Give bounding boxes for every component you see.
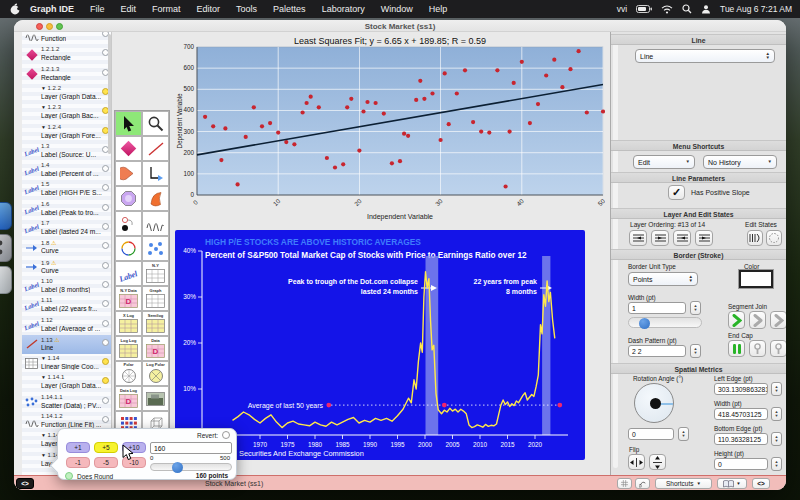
decrement-button--5[interactable]: -5 [94, 457, 118, 468]
menu-item-window[interactable]: Window [373, 4, 421, 14]
increment-button-+1[interactable]: +1 [66, 442, 90, 453]
cursor-tool[interactable] [115, 111, 142, 136]
dash-pattern-stepper[interactable]: ▲▼ [690, 344, 701, 358]
does-round-radio[interactable] [65, 472, 73, 480]
image-tool[interactable] [142, 386, 169, 411]
rotation-stepper[interactable]: ▲▼ [678, 427, 689, 441]
layer-state-dot[interactable] [102, 397, 109, 404]
segment-join-option-3[interactable] [770, 311, 786, 329]
layer-order-backward-button[interactable] [651, 230, 669, 246]
end-cap-option-3[interactable] [770, 340, 786, 357]
layer-state-dot[interactable] [102, 416, 109, 423]
edit-state-shape-button[interactable] [766, 230, 782, 246]
points-slider-knob[interactable] [172, 462, 183, 473]
zoom-tool[interactable] [142, 111, 169, 136]
spatial-input-3[interactable]: 0 [714, 458, 768, 470]
layer-item-1.10[interactable]: Label1.10Label (8 months) [22, 277, 112, 296]
layer-state-dot[interactable] [102, 262, 109, 269]
layer-item-1.2.4[interactable]: ▼ 1.2.4Layer (Graph Fore... [22, 123, 112, 142]
border-width-stepper[interactable]: ▲▼ [690, 301, 701, 315]
end-cap-option-1[interactable] [728, 340, 745, 357]
layer-order-to-front-button[interactable] [695, 230, 713, 246]
layer-item-1.2.1.2[interactable]: 1.2.1.2Rectangle [22, 45, 112, 64]
line-type-dropdown[interactable]: Line▲▼ [635, 49, 775, 63]
label-tool[interactable]: Label [115, 261, 142, 286]
menu-item-help[interactable]: Help [421, 4, 456, 14]
segment-join-option-1[interactable] [728, 311, 745, 329]
dock-trash-icon[interactable] [0, 266, 12, 294]
layer-state-dot[interactable] [102, 320, 109, 327]
positive-slope-checkbox[interactable]: ✓ [668, 185, 685, 200]
logpolar-tool[interactable]: Log Polar [142, 361, 169, 386]
points-value-input[interactable]: 160 [150, 442, 232, 454]
menu-item-tools[interactable]: Tools [228, 4, 265, 14]
layer-state-dot[interactable] [102, 184, 109, 191]
shortcuts-dropdown[interactable]: Shortcuts▼ [655, 478, 712, 489]
border-width-slider[interactable] [628, 317, 702, 328]
layer-item-1.5[interactable]: Label1.5Label (HIGH P/E S... [22, 180, 112, 199]
spatial-input-2[interactable]: 110.36328125 [714, 433, 768, 445]
border-unit-dropdown[interactable]: Points▲▼ [628, 272, 698, 286]
end-cap-option-2[interactable] [749, 340, 766, 357]
pages-dropdown[interactable]: ▼ [717, 478, 747, 489]
history-dropdown[interactable]: No History▼ [703, 155, 777, 169]
polygon-tool[interactable] [115, 186, 142, 211]
wifi-icon[interactable] [661, 5, 673, 14]
spotlight-icon[interactable] [682, 4, 692, 14]
graph-tool[interactable]: Graph [142, 286, 169, 311]
increment-button-+5[interactable]: +5 [94, 442, 118, 453]
menu-item-laboratory[interactable]: Laboratory [314, 4, 373, 14]
layer-state-dot[interactable] [102, 377, 109, 384]
spatial-stepper-3[interactable]: ▲▼ [771, 457, 782, 471]
flip-horizontal-button[interactable] [628, 454, 645, 470]
layer-state-dot[interactable] [102, 242, 109, 249]
layer-item-1.14.1.1[interactable]: 1.14.1.1Scatter (Data) ; PV... [22, 393, 112, 412]
layer-item-1.7[interactable]: Label1.7Label (lasted 24 m... [22, 219, 112, 238]
rotation-input[interactable]: 0 [628, 428, 674, 440]
menu-item-palettes[interactable]: Palettes [265, 4, 314, 14]
layer-item-1.13[interactable]: 1.13 ⚠Line [22, 335, 112, 354]
spiral-tool[interactable] [115, 236, 142, 261]
grid-toggle-button[interactable] [617, 478, 632, 489]
layer-item-1.14[interactable]: ▼ 1.14Linear Single Coo... [22, 354, 112, 373]
flip-vertical-button[interactable] [649, 454, 666, 470]
layer-item-1.12[interactable]: Label1.12Label (Average of ... [22, 316, 112, 335]
battery-icon[interactable] [636, 5, 652, 13]
line-tool[interactable] [142, 136, 169, 161]
semilog-tool[interactable]: Semilog [142, 311, 169, 336]
freeform-tool[interactable] [142, 186, 169, 211]
layer-state-dot[interactable] [102, 339, 109, 346]
segment-join-option-2[interactable] [749, 311, 766, 329]
layer-item-1.8[interactable]: 1.8 ⚠Curve [22, 238, 112, 257]
layer-item-1.6[interactable]: Label1.6Label (Peak to tro... [22, 200, 112, 219]
layer-state-dot[interactable] [102, 204, 109, 211]
bezier-edit-button[interactable] [635, 478, 650, 489]
layer-state-dot[interactable] [102, 165, 109, 172]
data-tool[interactable]: DataD [142, 336, 169, 361]
menu-item-format[interactable]: Format [144, 4, 189, 14]
layer-state-dot[interactable] [102, 358, 109, 365]
menu-item-edit[interactable]: Edit [113, 4, 145, 14]
points-slider[interactable] [150, 463, 232, 471]
spatial-input-1[interactable]: 418.45703125 [714, 408, 768, 420]
scatter-chart[interactable]: Least Squares Fit; y = 6.65 x + 189.85; … [175, 35, 605, 222]
layer-item-1.4[interactable]: Label1.4Label (Percent of ... [22, 161, 112, 180]
edit-menu-dropdown[interactable]: Edit▼ [633, 155, 695, 169]
layer-item-function[interactable]: Function [22, 32, 112, 45]
layer-item-1.2.2[interactable]: ▼ 1.2.2Layer (Graph Data... [22, 84, 112, 103]
pe-ratio-chart[interactable]: HIGH P/E STOCKS ARE ABOVE HISTORIC AVERA… [175, 230, 585, 460]
spatial-input-0[interactable]: 303.1309863281 [714, 383, 768, 395]
polar-tool[interactable]: Polar [115, 361, 142, 386]
layer-item-1.11[interactable]: Label1.11Label (22 years fr... [22, 296, 112, 315]
xlog-tool[interactable]: X Log [115, 311, 142, 336]
dock-finder-icon[interactable] [0, 202, 12, 230]
datalog-tool[interactable]: Data LogD [115, 386, 142, 411]
sidebar-scrollbar[interactable] [108, 34, 111, 154]
dock-utility-icon[interactable] [0, 234, 12, 262]
spatial-stepper-1[interactable]: ▲▼ [771, 407, 782, 421]
layer-item-1.14.1[interactable]: ▼ 1.14.1Layer (Graph Data... [22, 373, 112, 392]
bezier-node-tool[interactable] [115, 211, 142, 236]
loglog-tool[interactable]: Log Log [115, 336, 142, 361]
border-width-input[interactable]: 1 [628, 302, 686, 314]
border-color-well[interactable] [739, 270, 773, 288]
